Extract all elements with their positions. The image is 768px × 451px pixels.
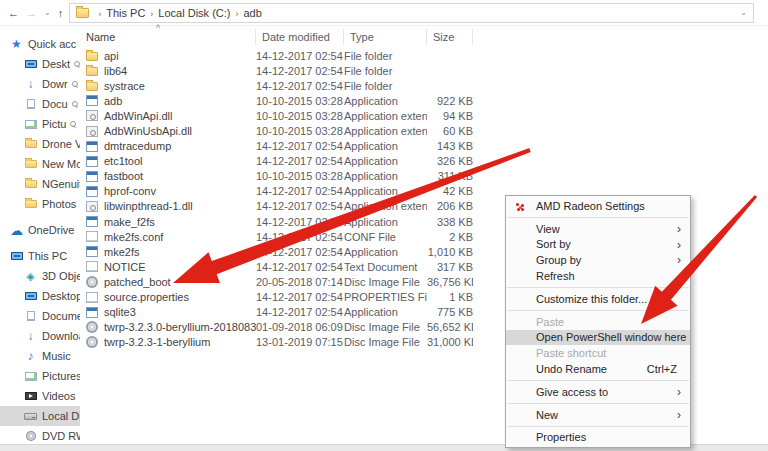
sidebar-item-pictu[interactable]: Pictu — [0, 114, 80, 134]
file-row[interactable]: dmtracedump14-12-2017 02:54 ...Applicati… — [80, 139, 668, 154]
file-name: adb — [104, 95, 122, 107]
menu-item-properties[interactable]: Properties — [506, 430, 690, 446]
menu-item-customize-this-folder[interactable]: Customize this folder... — [506, 291, 690, 307]
sidebar-item-dowr[interactable]: ↓Dowr — [0, 74, 80, 94]
file-date-cell: 14-12-2017 02:54 ... — [256, 140, 344, 152]
sidebar-item-ngenuit[interactable]: NGenuit — [0, 174, 80, 194]
file-row[interactable]: lib6414-12-2017 02:54 ...File folder — [80, 63, 668, 78]
file-name: lib64 — [104, 65, 127, 77]
file-name: api — [104, 50, 119, 62]
menu-item-amd-radeon-settings[interactable]: AMD Radeon Settings — [506, 198, 690, 214]
file-type-cell: Application — [344, 216, 427, 228]
file-name: patched_boot — [104, 276, 171, 288]
disc-icon — [86, 336, 98, 348]
file-type-cell: Application — [344, 170, 427, 182]
menu-item-group-by[interactable]: Group by› — [506, 252, 690, 268]
sidebar-item-label: Dowr — [42, 78, 68, 90]
sidebar-item-label: Docu — [42, 98, 68, 110]
file-row[interactable]: AdbWinApi.dll10-10-2015 03:28 ...Applica… — [80, 108, 668, 123]
file-name: make_f2fs — [104, 216, 155, 228]
file-row[interactable]: adb10-10-2015 03:28 ...Application922 KB — [80, 93, 668, 108]
sidebar-item-drone-vi[interactable]: Drone Vi — [0, 134, 80, 154]
file-size-cell: 311 KB — [427, 170, 473, 182]
column-header-name[interactable]: Name^ — [80, 29, 256, 45]
sidebar-item-videos[interactable]: Videos — [0, 386, 80, 406]
file-row[interactable]: systrace14-12-2017 02:54 ...File folder — [80, 78, 668, 93]
history-dropdown-icon[interactable]: ⌄ — [44, 8, 51, 17]
sidebar-item-downloa[interactable]: ↓Downloa — [0, 326, 80, 346]
sidebar-item-docume[interactable]: Docume — [0, 306, 80, 326]
menu-item-give-access-to[interactable]: Give access to› — [506, 384, 690, 400]
pin-icon — [72, 81, 78, 87]
nav-buttons: ← → ⌄ ↑ — [0, 7, 69, 19]
sidebar-item-dvd-rw[interactable]: DVD RW — [0, 426, 80, 441]
file-type-cell: Application extens... — [344, 110, 427, 122]
sidebar-item-deskt[interactable]: Deskt — [0, 54, 80, 74]
pin-icon — [72, 101, 78, 107]
breadcrumb-segment[interactable]: This PC — [106, 7, 145, 19]
menu-separator — [507, 426, 689, 427]
file-name: NOTICE — [104, 261, 146, 273]
sidebar-item-music[interactable]: ♪Music — [0, 346, 80, 366]
menu-item-open-powershell-window-here[interactable]: Open PowerShell window here — [506, 330, 690, 346]
menu-shortcut: Ctrl+Z — [647, 363, 677, 375]
file-row[interactable]: api14-12-2017 02:54 ...File folder — [80, 48, 668, 63]
file-row[interactable]: AdbWinUsbApi.dll10-10-2015 03:28 ...Appl… — [80, 123, 668, 138]
sidebar-item-onedrive[interactable]: ☁OneDrive — [0, 220, 80, 240]
forward-icon[interactable]: → — [26, 7, 37, 19]
menu-item-refresh[interactable]: Refresh — [506, 268, 690, 284]
sidebar-item-label: 3D Obje — [42, 270, 80, 282]
menu-item-sort-by[interactable]: Sort by› — [506, 237, 690, 253]
breadcrumb: ›This PC›Local Disk (C:)›adb — [93, 7, 262, 19]
file-name: twrp-3.2.3-1-beryllium — [104, 336, 210, 348]
file-name: sqlite3 — [104, 306, 136, 318]
back-icon[interactable]: ← — [8, 7, 19, 19]
file-name: mke2fs — [104, 246, 139, 258]
file-name: fastboot — [104, 170, 143, 182]
file-name-cell: patched_boot — [80, 276, 256, 288]
menu-item-view[interactable]: View› — [506, 221, 690, 237]
file-name-cell: twrp-3.2.3-1-beryllium — [80, 336, 256, 348]
file-name-cell: fastboot — [80, 170, 256, 182]
breadcrumb-segment[interactable]: Local Disk (C:) — [158, 7, 230, 19]
page-icon — [86, 261, 98, 272]
context-menu: AMD Radeon SettingsView›Sort by›Group by… — [505, 195, 691, 448]
column-header-size[interactable]: Size — [427, 29, 473, 45]
sidebar-item-pictures[interactable]: Pictures — [0, 366, 80, 386]
sidebar-item-docu[interactable]: Docu — [0, 94, 80, 114]
sidebar-item-photos[interactable]: Photos — [0, 194, 80, 214]
file-type-cell: Application — [344, 306, 427, 318]
sidebar-item-local-di[interactable]: Local Di — [0, 406, 80, 426]
file-row[interactable]: fastboot10-10-2015 03:28 ...Application3… — [80, 169, 668, 184]
address-bar[interactable]: ›This PC›Local Disk (C:)›adb ⌄ — [69, 3, 754, 23]
column-header-type[interactable]: Type — [344, 29, 427, 45]
sidebar-3d-objects-icon: ◈ — [23, 271, 38, 282]
file-date-cell: 14-12-2017 02:54 ... — [256, 231, 344, 243]
sidebar-item-new-mo[interactable]: New Mo — [0, 154, 80, 174]
file-name: etc1tool — [104, 155, 143, 167]
sidebar-item-quick-acc[interactable]: ★Quick acc — [0, 34, 80, 54]
sidebar-item-desktop[interactable]: Desktop — [0, 286, 80, 306]
column-header-label: Size — [433, 31, 454, 43]
folder-icon — [86, 52, 98, 61]
menu-separator — [507, 217, 689, 218]
file-name-cell: lib64 — [80, 65, 256, 77]
up-icon[interactable]: ↑ — [58, 7, 64, 19]
sidebar-item-label: New Mo — [42, 158, 80, 170]
file-row[interactable]: etc1tool14-12-2017 02:54 ...Application3… — [80, 154, 668, 169]
address-dropdown-icon[interactable]: ⌄ — [740, 8, 747, 17]
column-header-date-modified[interactable]: Date modified — [256, 29, 344, 45]
breadcrumb-segment[interactable]: adb — [243, 7, 261, 19]
file-date-cell: 14-12-2017 02:54 ... — [256, 155, 344, 167]
menu-separator — [507, 287, 689, 288]
file-date-cell: 14-12-2017 02:54 ... — [256, 291, 344, 303]
sidebar-item-this-pc[interactable]: This PC — [0, 246, 80, 266]
menu-item-new[interactable]: New› — [506, 407, 690, 423]
file-name-cell: api — [80, 50, 256, 62]
menu-item-label: Customize this folder... — [536, 293, 647, 305]
sidebar-desktop-icon — [23, 292, 38, 300]
menu-item-undo-rename[interactable]: Undo RenameCtrl+Z — [506, 361, 690, 377]
sidebar-item-3d-obje[interactable]: ◈3D Obje — [0, 266, 80, 286]
sidebar-item-label: Pictures — [42, 370, 80, 382]
file-type-cell: Disc Image File — [344, 276, 427, 288]
